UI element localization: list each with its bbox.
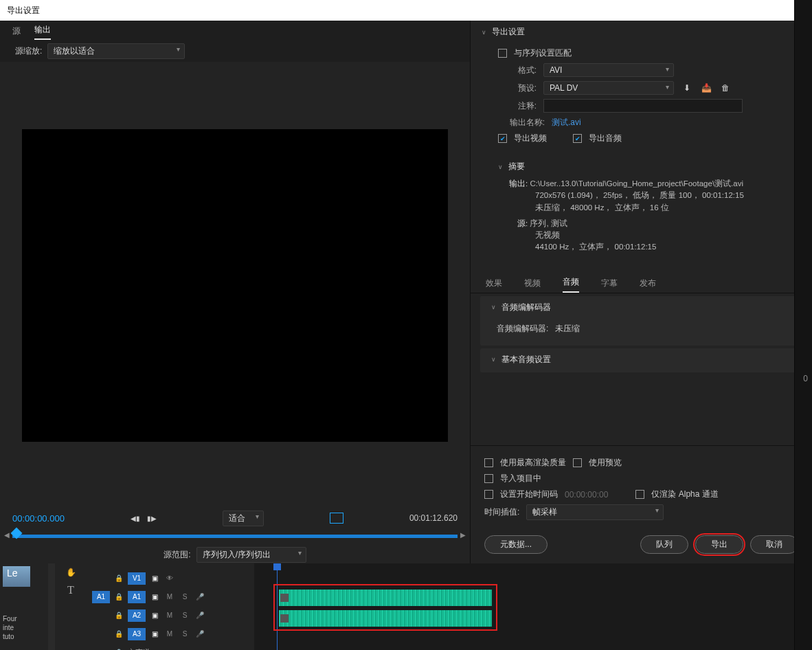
export-video-label: 导出视频 xyxy=(514,133,547,144)
track-a3[interactable]: A3 xyxy=(128,628,146,640)
clip-desc-1: Four xyxy=(3,614,45,623)
video-preview xyxy=(22,129,448,442)
comment-label: 注释: xyxy=(498,100,537,112)
end-timecode: 00:01:12.620 xyxy=(409,513,458,523)
right-edge-panel: 0 xyxy=(794,0,812,650)
summary-output-audio: 未压缩， 48000 Hz， 立体声， 16 位 xyxy=(509,202,798,214)
summary-source-audio: 44100 Hz， 立体声， 00:01:12:15 xyxy=(509,241,798,253)
mute-icon[interactable]: M xyxy=(163,630,176,638)
voice-icon[interactable]: 🎤 xyxy=(194,593,206,601)
panel-divider[interactable] xyxy=(48,563,55,650)
toggle-output-icon[interactable]: ▣ xyxy=(148,630,161,638)
chevron-down-icon: ∨ xyxy=(491,356,496,363)
audio-clip-a1[interactable] xyxy=(279,590,492,606)
audio-meter-zero: 0 xyxy=(803,374,808,383)
tab-output[interactable]: 输出 xyxy=(34,24,51,40)
import-project-checkbox[interactable] xyxy=(484,474,493,483)
chevron-down-icon: ∨ xyxy=(498,164,503,170)
summary-output-label: 输出: xyxy=(509,179,528,188)
track-a1[interactable]: A1 xyxy=(128,591,146,603)
export-audio-checkbox[interactable] xyxy=(573,134,582,143)
use-preview-checkbox[interactable] xyxy=(573,458,582,467)
start-timecode[interactable]: 00:00:00.000 xyxy=(12,513,65,524)
output-name-label: 输出名称: xyxy=(498,117,545,128)
source-range-label: 源范围: xyxy=(163,549,190,561)
export-button[interactable]: 导出 xyxy=(695,535,743,554)
audio-codec-header[interactable]: ∨ 音频编解码器 xyxy=(480,296,802,316)
time-interp-label: 时间插值: xyxy=(484,506,519,518)
toggle-output-icon[interactable]: ▣ xyxy=(148,574,161,582)
comment-input[interactable] xyxy=(543,99,743,113)
prev-frame-icon[interactable]: ◀▮ xyxy=(131,515,140,522)
format-dropdown[interactable]: AVI xyxy=(543,63,674,77)
toggle-output-icon[interactable]: ▣ xyxy=(148,593,161,601)
preset-dropdown[interactable]: PAL DV xyxy=(543,81,674,95)
aspect-icon[interactable] xyxy=(330,513,343,524)
source-range-dropdown[interactable]: 序列切入/序列切出 xyxy=(196,547,306,563)
format-label: 格式: xyxy=(498,65,537,76)
voice-icon[interactable]: 🎤 xyxy=(194,612,206,619)
tab-effects[interactable]: 效果 xyxy=(486,278,502,293)
tab-audio[interactable]: 音频 xyxy=(563,276,579,293)
tab-video[interactable]: 视频 xyxy=(524,278,541,293)
clip-desc-2: inte xyxy=(3,623,45,632)
timeline-clips-area[interactable] xyxy=(254,563,812,650)
audio-clip-a2[interactable] xyxy=(279,610,492,627)
source-scale-label: 源缩放: xyxy=(15,45,42,57)
mute-icon[interactable]: M xyxy=(163,612,176,619)
solo-icon[interactable]: S xyxy=(179,630,191,638)
lock-icon[interactable]: 🔒 xyxy=(113,630,125,638)
export-settings-header[interactable]: ∨ 导出设置 xyxy=(471,21,812,41)
clip-desc-3: tuto xyxy=(3,632,45,641)
cancel-button[interactable]: 取消 xyxy=(750,535,798,554)
match-sequence-checkbox[interactable] xyxy=(498,49,507,58)
source-scale-dropdown[interactable]: 缩放以适合 xyxy=(47,43,185,59)
alpha-only-checkbox[interactable] xyxy=(635,490,644,499)
summary-source-seq: 序列, 测试 xyxy=(530,219,567,227)
basic-audio-header[interactable]: ∨ 基本音频设置 xyxy=(480,348,802,368)
audio-codec-label: 音频编解码器: xyxy=(497,323,548,335)
right-panel: ∨ 导出设置 与序列设置匹配 格式: AVI 预设: PAL DV ⬇ 📥 🗑 xyxy=(470,21,812,563)
hand-tool-icon[interactable]: ✋ xyxy=(66,568,76,577)
audio-clips-highlight xyxy=(273,584,497,631)
lock-icon[interactable]: 🔒 xyxy=(113,612,125,619)
solo-icon[interactable]: S xyxy=(179,593,191,601)
queue-button[interactable]: 队列 xyxy=(640,535,688,554)
scrub-bar[interactable]: ◀ ▶ xyxy=(12,529,458,541)
delete-preset-icon[interactable]: 🗑 xyxy=(719,82,732,94)
set-start-tc-checkbox[interactable] xyxy=(484,490,493,499)
master-track-label[interactable]: 主声道 xyxy=(128,647,150,650)
output-name-link[interactable]: 测试.avi xyxy=(552,117,581,128)
time-interp-dropdown[interactable]: 帧采样 xyxy=(526,504,664,520)
solo-icon[interactable]: S xyxy=(179,612,191,619)
track-a2[interactable]: A2 xyxy=(128,609,146,622)
scrub-right-icon[interactable]: ▶ xyxy=(460,531,466,539)
tab-subtitle[interactable]: 字幕 xyxy=(601,278,618,293)
save-preset-icon[interactable]: ⬇ xyxy=(681,82,693,94)
lock-icon[interactable]: 🔒 xyxy=(113,593,125,601)
clip-thumb-label: Le xyxy=(7,568,18,579)
alpha-only-label: 仅渲染 Alpha 通道 xyxy=(651,489,718,500)
preset-label: 预设: xyxy=(498,82,537,94)
tab-publish[interactable]: 发布 xyxy=(640,278,656,293)
match-sequence-label: 与序列设置匹配 xyxy=(514,47,572,59)
eye-icon[interactable]: 👁 xyxy=(163,574,176,582)
export-video-checkbox[interactable] xyxy=(498,134,507,143)
import-preset-icon[interactable]: 📥 xyxy=(700,82,712,94)
mute-icon[interactable]: M xyxy=(163,593,176,601)
source-a1[interactable]: A1 xyxy=(92,591,110,603)
fit-dropdown[interactable]: 适合 xyxy=(223,511,264,526)
start-tc-value: 00:00:00:00 xyxy=(565,490,608,500)
toggle-output-icon[interactable]: ▣ xyxy=(148,612,161,619)
type-tool-icon[interactable]: T xyxy=(67,584,74,596)
tab-source[interactable]: 源 xyxy=(12,25,21,40)
use-preview-label: 使用预览 xyxy=(589,457,622,469)
lock-icon[interactable]: 🔒 xyxy=(113,574,125,582)
voice-icon[interactable]: 🎤 xyxy=(194,630,206,638)
next-frame-icon[interactable]: ▮▶ xyxy=(147,515,157,522)
max-quality-checkbox[interactable] xyxy=(484,458,493,467)
scrub-left-icon[interactable]: ◀ xyxy=(4,531,10,539)
summary-header[interactable]: ∨ 摘要 xyxy=(471,155,812,175)
track-v1[interactable]: V1 xyxy=(128,572,146,585)
metadata-button[interactable]: 元数据... xyxy=(484,535,548,554)
